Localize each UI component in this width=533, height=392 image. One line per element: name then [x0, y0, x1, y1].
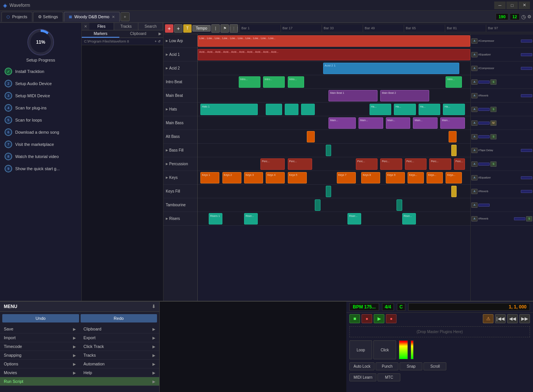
marker-button[interactable]: | [211, 24, 220, 33]
fader[interactable] [478, 204, 490, 207]
maximize-button[interactable]: □ [506, 2, 518, 9]
clip[interactable] [397, 199, 402, 211]
clip[interactable]: Keys 9 [386, 172, 405, 183]
clip[interactable]: Intro... [263, 76, 285, 88]
record-arm-button[interactable]: ■ [349, 314, 360, 323]
menu-item-timecode[interactable]: Timecode▶ [0, 342, 80, 351]
menu-item-help[interactable]: Help▶ [80, 368, 160, 377]
clip[interactable] [326, 145, 331, 156]
mute-button[interactable]: A [471, 175, 477, 180]
menu-item-import[interactable]: Import▶ [0, 334, 80, 342]
clip[interactable]: Keys... [446, 172, 462, 183]
mute-m-button[interactable]: M [490, 120, 497, 126]
clip[interactable]: Main... [386, 117, 411, 129]
clip[interactable] [451, 145, 457, 156]
clip[interactable]: Risers 1 [209, 213, 222, 224]
clip[interactable]: Keys 8 [361, 172, 380, 183]
key-readout[interactable]: C [397, 303, 406, 311]
clip[interactable]: Keys 4 [266, 172, 285, 183]
clip[interactable]: Perc... [405, 158, 427, 170]
clip[interactable]: Keys... [408, 172, 424, 183]
track-label-acid2[interactable]: ▶ Acid 2 [163, 62, 197, 75]
menu-item-clipboard[interactable]: Clipboard▶ [80, 325, 160, 334]
fader[interactable] [521, 53, 532, 56]
clip[interactable]: Ha... [370, 104, 391, 115]
menu-download-icon[interactable]: ⬇ [152, 304, 155, 309]
clip[interactable]: Perc... [288, 158, 313, 170]
refresh-icon[interactable]: ↺ [158, 40, 161, 43]
clip[interactable]: Perc... [454, 158, 465, 170]
alert-button[interactable]: ⚠ [483, 314, 493, 323]
solo-button[interactable]: S [490, 79, 497, 85]
track-label-acid1[interactable]: ▶ Acid 1 [163, 48, 197, 62]
clip[interactable]: Keys 3 [244, 172, 263, 183]
punch-button[interactable]: Punch [376, 362, 398, 370]
clip[interactable] [285, 104, 298, 115]
track-label-main-beat[interactable]: Main Beat [163, 89, 197, 103]
setup-item-audio[interactable]: 2 Setup Audio Device [2, 77, 80, 90]
stop-record-button[interactable]: ● [386, 314, 397, 323]
setup-item-loops[interactable]: 5 Scan for loops [2, 114, 80, 126]
add-path-icon[interactable]: + [155, 40, 157, 43]
mute-button[interactable]: A [471, 148, 477, 153]
tab-active-song[interactable]: ▦ Woody D&B Demo ✕ [64, 12, 120, 22]
clip[interactable]: Keys 5 [288, 172, 307, 183]
fader[interactable] [478, 108, 490, 111]
fader[interactable] [521, 94, 532, 97]
solo-button[interactable]: S [490, 134, 497, 139]
clip[interactable]: Main... [413, 117, 438, 129]
clip[interactable] [266, 104, 282, 115]
clip[interactable] [307, 131, 315, 142]
solo-button[interactable]: S [490, 107, 497, 112]
midi-learn-button[interactable]: MIDI Learn [349, 373, 376, 381]
mute-button[interactable]: A [471, 189, 477, 194]
fader[interactable] [478, 135, 490, 138]
clip[interactable]: Main... [328, 117, 356, 129]
rewind-button[interactable]: ◀◀ [507, 314, 518, 323]
setup-item-midi[interactable]: 3 Setup MIDI Device [2, 90, 80, 102]
mute-button[interactable]: A [471, 120, 477, 126]
fader[interactable] [521, 190, 532, 193]
snap-button[interactable]: Snap [400, 362, 422, 370]
panel-tab-files[interactable]: Files [89, 23, 114, 30]
menu-item-save[interactable]: Save▶ [0, 325, 80, 334]
time-sig-display[interactable]: 12 [510, 13, 520, 20]
loop-button[interactable]: Loop [349, 340, 372, 359]
clip[interactable]: Main... [359, 117, 383, 129]
tempo-marker-button[interactable]: T [183, 24, 192, 33]
setup-item-install[interactable]: ✓ Install Tracktion [2, 65, 80, 77]
position-readout[interactable]: 1, 1, 000 [408, 303, 530, 311]
marker2-button[interactable]: ⚑ [220, 24, 229, 33]
clip[interactable]: Keys... [427, 172, 443, 183]
track-label-main-bass[interactable]: Main Bass [163, 116, 197, 130]
clip[interactable]: Riser... [402, 213, 416, 224]
clip[interactable]: Acid 2 1 [323, 63, 460, 74]
menu-item-run-script[interactable]: Run Script▶ [0, 377, 159, 386]
panel-tab-tracks[interactable]: Tracks [114, 23, 139, 30]
mute-button[interactable]: A [471, 79, 477, 85]
add-track-button[interactable]: + [174, 24, 182, 33]
mute-button[interactable]: A [471, 107, 477, 112]
tab-projects[interactable]: ⬡ Projects [2, 12, 32, 22]
track-label-risers[interactable]: ▶ Risers [163, 212, 197, 226]
zoom-button[interactable]: ⋮⋮⋮ [230, 24, 238, 33]
mute-button[interactable]: A [471, 161, 477, 167]
clip[interactable]: Perc... [429, 158, 451, 170]
play-button[interactable]: ▶ [374, 314, 384, 323]
clip[interactable]: Acid... Acid... Acid... Acid... Acid... … [198, 49, 470, 60]
path-icons[interactable]: + ↺ [155, 40, 161, 43]
clip[interactable]: Ha... [443, 104, 465, 115]
clip[interactable]: Ha... [394, 104, 416, 115]
panel-sub-markers[interactable]: Markers [82, 30, 119, 38]
fader[interactable] [521, 149, 532, 152]
fader[interactable] [521, 176, 532, 179]
close-button[interactable]: ✕ [519, 2, 530, 9]
undo-button[interactable]: Undo [2, 314, 79, 322]
menu-item-automation[interactable]: Automation▶ [80, 360, 160, 368]
mute-button[interactable]: A [471, 38, 477, 44]
scroll-button[interactable]: Scroll [424, 362, 446, 370]
clip[interactable]: Riser... [347, 213, 361, 224]
track-label-hats[interactable]: ▶ Hats [163, 103, 197, 116]
clip[interactable]: Main... [440, 117, 465, 129]
clip[interactable]: Intro... [446, 76, 462, 88]
